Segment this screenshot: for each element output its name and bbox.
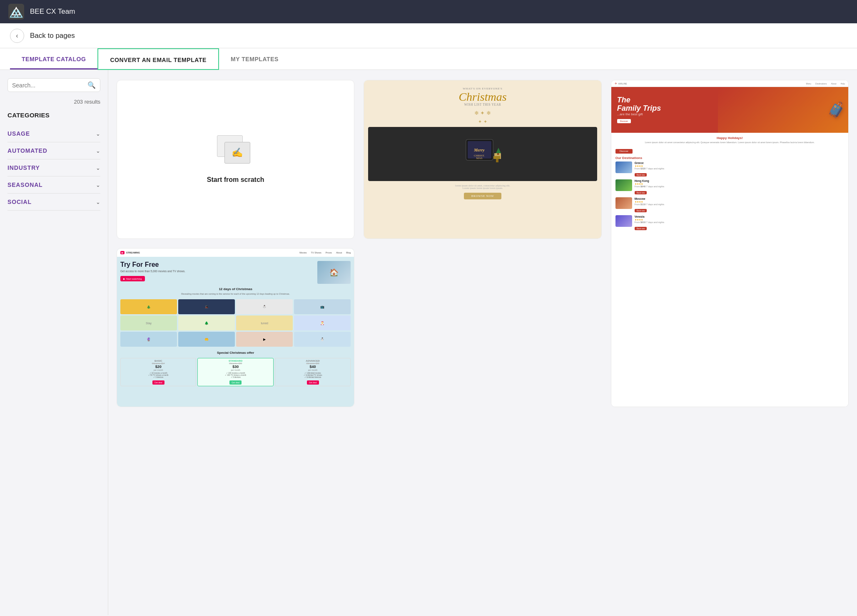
dest-greece: Greece ★★★★ From $320 7 days and nights … bbox=[615, 161, 844, 177]
xmas-product-image: Merry CHRIST. MAS bbox=[368, 127, 597, 181]
travel-logo: ✈ AIRLINE bbox=[615, 82, 627, 85]
app-header: BEE CX Team bbox=[0, 0, 857, 23]
back-bar: ‹ Back to pages bbox=[0, 23, 857, 48]
xmas-subtitle: WISH LIST THIS YEAR bbox=[464, 103, 501, 107]
xmas-browse-btn: BROWSE NOW bbox=[464, 193, 502, 199]
price-col-basic: BASIC Old price: $14 $20 per month ✓ 10 … bbox=[120, 358, 196, 386]
chevron-down-icon: ⌄ bbox=[96, 165, 100, 171]
price-col-advanced: ADVANCED Old price: $60 $40 per month ✓ … bbox=[275, 358, 351, 386]
stream-cell-3: ⛄ bbox=[236, 299, 293, 314]
stream-cell-1: 🎄 bbox=[120, 299, 177, 314]
travel-nav: ✈ AIRLINE Menu Destinations About Help bbox=[611, 80, 848, 87]
tab-template-catalog[interactable]: TEMPLATE CATALOG bbox=[10, 48, 97, 70]
travel-hero-image: 🧳 bbox=[718, 87, 848, 133]
categories-title: CATEGORIES bbox=[7, 112, 100, 119]
template-card-streaming[interactable]: ▶ STREAMING Movies TV Shows Prices About… bbox=[117, 248, 354, 407]
dest-moscow: Moscow ★★★★ From $110 7 days and nights … bbox=[615, 197, 844, 213]
stream-section-title: 12 days of Christmas bbox=[117, 287, 354, 291]
stream-grid: 🎄 🎩 ⛄ 📺 Stay 🌲 tuned 🎅 🔮 🤲 ▶ ⛄ bbox=[117, 297, 354, 349]
dest-hongkong: Hong Kong ★★★★ From $640 7 days and nigh… bbox=[615, 179, 844, 195]
holiday-discover-btn: Discover bbox=[615, 149, 633, 154]
destinations-title: Our Destinations bbox=[615, 156, 844, 160]
book-hongkong-btn: Book now bbox=[635, 191, 647, 194]
stream-cell-4: 📺 bbox=[294, 299, 351, 314]
stream-cell-9: 🔮 bbox=[120, 332, 177, 347]
stream-cell-12: ⛄ bbox=[294, 332, 351, 347]
stream-pricing: BASIC Old price: $14 $20 per month ✓ 10 … bbox=[117, 356, 354, 388]
back-button[interactable]: ‹ bbox=[10, 29, 24, 43]
chevron-down-icon: ⌄ bbox=[96, 199, 100, 205]
book-moscow-btn: Book now bbox=[635, 209, 647, 212]
search-icon[interactable]: 🔍 bbox=[87, 81, 96, 89]
xmas-decorations: ❄ ✦ ❄ bbox=[368, 110, 597, 117]
svg-text:MAS: MAS bbox=[476, 156, 482, 160]
xmas-title: Christmas bbox=[458, 91, 506, 103]
app-logo-icon bbox=[8, 4, 24, 20]
special-offer-title: Special Christmas offer bbox=[117, 351, 354, 355]
category-industry[interactable]: INDUSTRY ⌄ bbox=[7, 159, 100, 176]
scratch-label: Start from scratch bbox=[207, 176, 264, 184]
category-seasonal[interactable]: SEASONAL ⌄ bbox=[7, 176, 100, 194]
tab-convert-email[interactable]: CONVERT AN EMAIL TEMPLATE bbox=[97, 48, 219, 70]
back-label: Back to pages bbox=[30, 32, 75, 40]
svg-text:Merry: Merry bbox=[473, 148, 485, 152]
category-automated[interactable]: AUTOMATED ⌄ bbox=[7, 142, 100, 159]
main-layout: 🔍 203 results CATEGORIES USAGE ⌄ AUTOMAT… bbox=[0, 70, 857, 615]
travel-hero: TheFamily Trips ...are the best gift Dis… bbox=[611, 87, 848, 133]
stream-hero: Try For Free Get access to more than 5,0… bbox=[117, 257, 354, 286]
tabs-bar: TEMPLATE CATALOG CONVERT AN EMAIL TEMPLA… bbox=[0, 48, 857, 70]
stream-cell-8: 🎅 bbox=[294, 315, 351, 330]
travel-preview: ✈ AIRLINE Menu Destinations About Help T… bbox=[611, 80, 848, 407]
stream-section-sub: Revealing movies that are coming to the … bbox=[117, 293, 354, 295]
stream-hero-sub: Get access to more than 5,000 movies and… bbox=[120, 270, 316, 273]
tab-my-templates[interactable]: MY TEMPLATES bbox=[219, 48, 290, 70]
category-social[interactable]: SOCIAL ⌄ bbox=[7, 194, 100, 211]
dest-venezia: Venezia ★★★★ From $610 7 days and nights… bbox=[615, 215, 844, 231]
holiday-text: Lorem ipsum dolor sit amet consectetur a… bbox=[615, 141, 844, 144]
stream-hero-title: Try For Free bbox=[120, 261, 316, 268]
svg-rect-11 bbox=[496, 159, 498, 162]
stream-cta-btn: ▶ Start watching bbox=[120, 276, 145, 281]
streaming-preview: ▶ STREAMING Movies TV Shows Prices About… bbox=[117, 248, 354, 407]
xmas-header-text: What's on everyone's bbox=[463, 87, 502, 90]
venezia-image bbox=[615, 215, 632, 227]
svg-rect-13 bbox=[497, 153, 499, 155]
search-box[interactable]: 🔍 bbox=[7, 78, 100, 92]
book-venezia-btn: Book now bbox=[635, 227, 647, 230]
template-card-travel[interactable]: ✈ AIRLINE Menu Destinations About Help T… bbox=[611, 80, 849, 407]
chevron-down-icon: ⌄ bbox=[96, 182, 100, 188]
stream-nav: ▶ STREAMING Movies TV Shows Prices About… bbox=[117, 248, 354, 257]
book-greece-btn: Book now bbox=[635, 173, 647, 176]
stream-cell-5: Stay bbox=[120, 315, 177, 330]
greece-image bbox=[615, 161, 632, 173]
category-usage[interactable]: USAGE ⌄ bbox=[7, 125, 100, 142]
app-title: BEE CX Team bbox=[30, 7, 75, 16]
stream-cell-2: 🎩 bbox=[178, 299, 235, 314]
chevron-down-icon: ⌄ bbox=[96, 131, 100, 137]
scratch-icon: ✍ bbox=[217, 135, 254, 169]
stream-cell-11: ▶ bbox=[236, 332, 293, 347]
svg-marker-12 bbox=[496, 148, 501, 153]
xmas-body-text: lorem ipsum dolor sit amet, consectetur … bbox=[455, 184, 510, 189]
sidebar: 🔍 203 results CATEGORIES USAGE ⌄ AUTOMAT… bbox=[0, 70, 108, 615]
tablet-icon: Merry CHRIST. MAS bbox=[462, 137, 503, 171]
xmas-ornaments: ✦ ✦ bbox=[478, 119, 487, 124]
stream-hero-image: 🏠 bbox=[317, 261, 351, 284]
stream-cell-10: 🤲 bbox=[178, 332, 235, 347]
template-card-scratch[interactable]: ✍ Start from scratch bbox=[117, 80, 354, 239]
content-area: ✍ Start from scratch What's on everyone'… bbox=[108, 70, 857, 615]
hongkong-image bbox=[615, 179, 632, 191]
template-card-christmas[interactable]: What's on everyone's Christmas WISH LIST… bbox=[364, 80, 601, 239]
price-col-standard: STANDARD Old price: $30 $30 per month ✓ … bbox=[197, 358, 273, 386]
svg-rect-10 bbox=[493, 156, 500, 159]
holiday-title: Happy Holidays! bbox=[615, 136, 844, 140]
travel-discover-btn: Discover bbox=[617, 119, 631, 123]
travel-body: Happy Holidays! Lorem ipsum dolor sit am… bbox=[611, 133, 848, 407]
results-count: 203 results bbox=[7, 99, 100, 105]
categories-list: USAGE ⌄ AUTOMATED ⌄ INDUSTRY ⌄ SEASONAL … bbox=[7, 125, 100, 211]
stream-cell-6: 🌲 bbox=[178, 315, 235, 330]
chevron-down-icon: ⌄ bbox=[96, 148, 100, 154]
moscow-image bbox=[615, 197, 632, 209]
search-input[interactable] bbox=[12, 82, 85, 89]
stream-logo: ▶ STREAMING bbox=[120, 251, 140, 254]
